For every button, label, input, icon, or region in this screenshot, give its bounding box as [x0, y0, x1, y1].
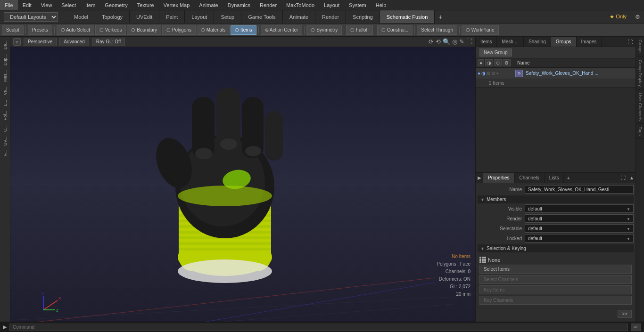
tab-gametools[interactable]: Game Tools: [241, 10, 283, 23]
select-channels-button[interactable]: Select Channels: [479, 275, 632, 284]
sidebar-item-mes[interactable]: Mes...: [2, 68, 8, 84]
eye-icon[interactable]: ●: [478, 59, 484, 66]
panel-expand-icon[interactable]: ⛶: [625, 37, 636, 47]
prop-render-dropdown[interactable]: default: [525, 214, 634, 223]
tab-setup[interactable]: Setup: [214, 10, 241, 23]
presets-button[interactable]: Presets: [28, 25, 52, 35]
menu-dynamics[interactable]: Dynamics: [223, 0, 255, 10]
menu-select[interactable]: Select: [57, 0, 81, 10]
panel-tab-mesh[interactable]: Mesh ...: [497, 37, 524, 47]
falloff-button[interactable]: ⬡ Falloff: [346, 25, 373, 35]
sidebar-item-ve[interactable]: Ve...: [2, 85, 8, 97]
sidebar-item-dup[interactable]: Dup...: [2, 52, 8, 67]
sidebar-item-uv[interactable]: UV...: [2, 135, 8, 147]
prop-name-input[interactable]: [525, 185, 634, 194]
tab-add-button[interactable]: +: [435, 10, 446, 23]
menu-edit[interactable]: Edit: [18, 0, 36, 10]
props-expand-button[interactable]: >>: [618, 310, 632, 318]
props-maximize-icon[interactable]: ▲: [628, 175, 636, 180]
rsidebar-user-channels[interactable]: User Channels: [636, 90, 644, 124]
prop-visible-dropdown[interactable]: default: [525, 204, 634, 213]
group-extra1-icon[interactable]: ⊙: [487, 71, 490, 76]
viewport-fullscreen-icon[interactable]: ⛶: [466, 38, 472, 45]
tab-uvedit[interactable]: UVEdit: [130, 10, 159, 23]
menu-animate[interactable]: Animate: [194, 0, 223, 10]
viewport-circle-icon[interactable]: ◎: [452, 38, 457, 45]
sidebar-item-f[interactable]: F...: [2, 148, 8, 158]
viewport-menu-icon[interactable]: ≡: [13, 38, 21, 46]
rsidebar-groups[interactable]: Groups: [636, 37, 644, 57]
render-icon[interactable]: ◑: [485, 59, 493, 66]
panel-tab-groups[interactable]: Groups: [551, 37, 577, 47]
action-center-button[interactable]: ⊕ Action Center: [261, 25, 303, 35]
select-through-button[interactable]: Select Through: [417, 25, 457, 35]
viewport-rotate-icon[interactable]: ⟳: [429, 38, 434, 45]
viewport-undo-icon[interactable]: ⟲: [436, 38, 441, 45]
constrain-button[interactable]: ⬡ Constrai...: [377, 25, 413, 35]
select-items-button[interactable]: Select Items: [479, 265, 632, 274]
tab-schematic-fusion[interactable]: Schematic Fusion: [380, 10, 435, 23]
tab-model[interactable]: Model: [67, 10, 95, 23]
materials-button[interactable]: ⬡ Materials: [197, 25, 230, 35]
group-extra2-icon[interactable]: ⊙: [491, 71, 495, 76]
group-eye-icon[interactable]: ●: [478, 71, 480, 76]
tab-scripting[interactable]: Scripting: [346, 10, 380, 23]
settings-icon[interactable]: ⚙: [503, 59, 511, 66]
tab-layout[interactable]: Layout: [185, 10, 214, 23]
new-group-button[interactable]: New Group: [479, 49, 512, 57]
key-channels-button[interactable]: Key Channels: [479, 296, 632, 305]
props-tab-properties[interactable]: Properties: [483, 173, 515, 183]
layout-settings-icon[interactable]: ⚙: [631, 14, 644, 20]
menu-file[interactable]: File: [0, 0, 18, 10]
viewport-canvas[interactable]: No Items Polygons : Face Channels: 0 Def…: [10, 47, 475, 322]
viewport-perspective-btn[interactable]: Perspective: [24, 38, 57, 46]
panel-tab-shading[interactable]: Shading: [524, 37, 551, 47]
group-expand-icon[interactable]: +: [496, 71, 499, 76]
workplane-button[interactable]: ⬡ WorkPlane: [462, 25, 499, 35]
sidebar-item-c[interactable]: C...: [2, 123, 8, 134]
menu-render[interactable]: Render: [255, 0, 281, 10]
menu-maxtomodo[interactable]: MaxToModo: [281, 0, 319, 10]
props-add-tab-button[interactable]: +: [564, 173, 572, 183]
menu-system[interactable]: System: [344, 0, 371, 10]
menu-geometry[interactable]: Geometry: [100, 0, 132, 10]
panel-tab-items[interactable]: Items: [476, 37, 497, 47]
command-input[interactable]: [9, 324, 628, 331]
panel-tab-images[interactable]: Images: [577, 37, 602, 47]
vertices-button[interactable]: ⬡ Vertices: [95, 25, 126, 35]
props-expand-icon[interactable]: ⛶: [619, 175, 627, 180]
menu-vertexmap[interactable]: Vertex Map: [159, 0, 195, 10]
tab-animate[interactable]: Animate: [283, 10, 315, 23]
tab-paint[interactable]: Paint: [159, 10, 185, 23]
members-section[interactable]: ▼ Members: [478, 195, 634, 203]
viewport-zoom-icon[interactable]: 🔍: [443, 38, 450, 45]
sel-keying-section[interactable]: ▼ Selection & Keying: [478, 244, 634, 252]
props-tab-lists[interactable]: Lists: [545, 173, 564, 183]
viewport-raygl-btn[interactable]: Ray GL: Off: [92, 38, 125, 46]
tab-topology[interactable]: Topology: [95, 10, 130, 23]
viewport-advanced-btn[interactable]: Advanced: [59, 38, 89, 46]
sidebar-item-e[interactable]: E...: [2, 98, 8, 108]
props-tab-channels[interactable]: Channels: [515, 173, 545, 183]
autoselect-button[interactable]: ⬡ Auto Select: [57, 25, 94, 35]
props-arrow-icon[interactable]: ▶: [476, 173, 483, 183]
rsidebar-tags[interactable]: Tags: [636, 124, 644, 139]
prop-selectable-dropdown[interactable]: default: [525, 224, 634, 233]
symmetry-button[interactable]: ⬡ Symmetry: [306, 25, 342, 35]
sculpt-button[interactable]: Sculpt: [2, 25, 24, 35]
tab-render[interactable]: Render: [315, 10, 346, 23]
polygons-button[interactable]: ⬡ Polygons: [162, 25, 196, 35]
menu-item[interactable]: Item: [81, 0, 100, 10]
menu-texture[interactable]: Texture: [132, 0, 159, 10]
lock-icon[interactable]: ⊙: [494, 59, 502, 66]
sidebar-item-de[interactable]: De...: [2, 39, 8, 51]
key-items-button[interactable]: Key Items: [479, 285, 632, 294]
rsidebar-group-display[interactable]: Group Display: [636, 57, 644, 90]
menu-view[interactable]: View: [36, 0, 57, 10]
command-submit-button[interactable]: ↵: [631, 324, 641, 331]
layout-dropdown[interactable]: Default Layouts: [4, 12, 58, 22]
items-button[interactable]: ⬡ Items: [231, 25, 256, 35]
group-item-row[interactable]: ● ◑ ⊙ ⊙ + G Safety_Work_Gloves_OK_Hand .…: [476, 68, 636, 79]
group-render-icon[interactable]: ◑: [481, 71, 486, 76]
prop-locked-dropdown[interactable]: default: [525, 234, 634, 243]
